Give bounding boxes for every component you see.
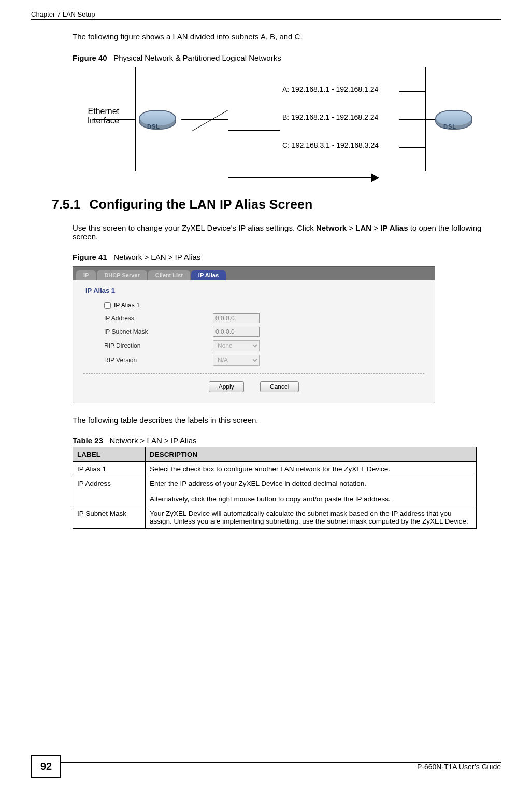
- ip-address-label: IP Address: [104, 315, 213, 322]
- page-number: 92: [31, 755, 61, 778]
- table-row: IP Address Enter the IP address of your …: [73, 476, 477, 506]
- subnet-a-label: A: 192.168.1.1 - 192.168.1.24: [282, 85, 378, 93]
- tab-bar: IP DHCP Server Client List IP Alias: [73, 267, 435, 280]
- table-intro-paragraph: The following table describes the labels…: [73, 416, 501, 425]
- section-number: 7.5.1: [52, 197, 81, 211]
- table-row: IP Alias 1 Select the check box to confi…: [73, 462, 477, 476]
- figure-40-caption: Figure 40 Physical Network & Partitioned…: [73, 53, 501, 62]
- panel-title: IP Alias 1: [85, 287, 424, 294]
- figure-41-caption: Figure 41 Network > LAN > IP Alias: [73, 252, 501, 261]
- ip-subnet-mask-label: IP Subnet Mask: [104, 328, 213, 335]
- ip-subnet-mask-input[interactable]: [213, 327, 260, 337]
- ip-alias-1-checkbox[interactable]: [104, 302, 111, 309]
- router-icon-right: DSL: [435, 110, 472, 130]
- diagram-bus-left: [135, 67, 136, 171]
- ip-alias-1-checkbox-label: IP Alias 1: [114, 302, 140, 309]
- section-heading: 7.5.1 Configuring the LAN IP Alias Scree…: [52, 197, 501, 212]
- dsl-label: DSL: [443, 123, 456, 130]
- figure-40-label: Figure 40: [73, 53, 107, 62]
- table-23-caption: Table 23 Network > LAN > IP Alias: [73, 436, 501, 445]
- row-label: IP Subnet Mask: [73, 506, 146, 529]
- row-desc: Enter the IP address of your ZyXEL Devic…: [146, 476, 477, 506]
- table-23-label: Table 23: [73, 436, 103, 445]
- diagram-zig-segment-2: [228, 130, 280, 131]
- row-label: IP Address: [73, 476, 146, 506]
- separator: [83, 373, 424, 374]
- figure-41-title: Network > LAN > IP Alias: [113, 252, 200, 261]
- table-header-label: LABEL: [73, 447, 146, 462]
- figure-41-label: Figure 41: [73, 252, 107, 261]
- rip-direction-label: RIP Direction: [104, 342, 213, 349]
- ip-alias-panel: IP Alias 1 IP Alias 1 IP Address IP Subn…: [73, 280, 435, 403]
- diagram-branch-a: [399, 91, 425, 92]
- dsl-label: DSL: [147, 123, 160, 130]
- table-23-title: Network > LAN > IP Alias: [109, 436, 196, 445]
- tab-ip[interactable]: IP: [76, 270, 96, 280]
- section-intro-paragraph: Use this screen to change your ZyXEL Dev…: [73, 223, 501, 241]
- section-title: Configuring the LAN IP Alias Screen: [90, 197, 313, 211]
- diagram-arrow-head-icon: [371, 173, 379, 182]
- intro-paragraph: The following figure shows a LAN divided…: [73, 32, 501, 41]
- diagram-branch-router2: [426, 119, 435, 120]
- subnet-c-label: C: 192.168.3.1 - 192.168.3.24: [282, 141, 379, 149]
- page-footer: 92 P-660N-T1A User’s Guide: [31, 755, 501, 778]
- rip-version-label: RIP Version: [104, 357, 213, 364]
- diagram-branch-c: [399, 147, 425, 148]
- table-row: IP Subnet Mask Your ZyXEL Device will au…: [73, 506, 477, 529]
- subnet-b-label: B: 192.168.2.1 - 192.168.2.24: [282, 113, 378, 121]
- ethernet-label-line2: Interface: [87, 116, 119, 125]
- row-label: IP Alias 1: [73, 462, 146, 476]
- ip-alias-screenshot: IP DHCP Server Client List IP Alias IP A…: [73, 266, 435, 403]
- tab-ip-alias[interactable]: IP Alias: [191, 270, 226, 280]
- diagram-arrow-line: [228, 177, 373, 178]
- diagram-zig-segment: [192, 110, 229, 131]
- diagram-branch-b: [399, 119, 425, 120]
- row-desc: Select the check box to configure anothe…: [146, 462, 477, 476]
- figure-40-diagram: Ethernet Interface DSL A: 192.168.1.1 - …: [73, 67, 477, 187]
- ip-address-input[interactable]: [213, 313, 260, 323]
- apply-button[interactable]: Apply: [209, 381, 244, 392]
- chapter-title: Chapter 7 LAN Setup: [31, 10, 95, 18]
- figure-40-title: Physical Network & Partitioned Logical N…: [113, 53, 281, 62]
- diagram-link-segment: [181, 119, 228, 120]
- router-icon-left: DSL: [139, 110, 176, 130]
- cancel-button[interactable]: Cancel: [260, 381, 299, 392]
- ethernet-interface-label: Ethernet Interface: [73, 107, 119, 125]
- rip-version-select[interactable]: N/A: [213, 355, 260, 366]
- row-desc: Your ZyXEL Device will automatically cal…: [146, 506, 477, 529]
- page-header: Chapter 7 LAN Setup: [31, 10, 501, 20]
- guide-name: P-660N-T1A User’s Guide: [417, 763, 501, 771]
- rip-direction-select[interactable]: None: [213, 340, 260, 351]
- tab-dhcp-server[interactable]: DHCP Server: [97, 270, 147, 280]
- tab-client-list[interactable]: Client List: [148, 270, 190, 280]
- table-header-description: DESCRIPTION: [146, 447, 477, 462]
- table-23: LABEL DESCRIPTION IP Alias 1 Select the …: [73, 447, 477, 529]
- ethernet-label-line1: Ethernet: [88, 107, 119, 116]
